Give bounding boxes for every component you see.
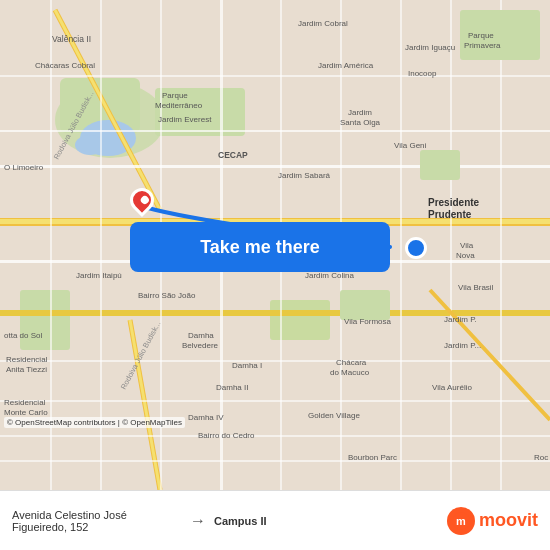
svg-text:Prudente: Prudente [428, 209, 472, 220]
svg-text:Damha I: Damha I [232, 361, 262, 370]
svg-rect-4 [270, 300, 330, 340]
bottom-bar: Avenida Celestino José Figueiredo, 152 →… [0, 490, 550, 550]
svg-text:Damha: Damha [188, 331, 214, 340]
svg-rect-31 [500, 0, 502, 490]
svg-text:Damha II: Damha II [216, 383, 248, 392]
from-address: Avenida Celestino José Figueiredo, 152 [12, 509, 182, 533]
svg-text:Jardim Cobral: Jardim Cobral [298, 19, 348, 28]
route-arrow: → [190, 512, 206, 530]
svg-rect-5 [20, 290, 70, 350]
svg-rect-22 [0, 460, 550, 462]
svg-text:Jardim Colina: Jardim Colina [305, 271, 354, 280]
svg-rect-33 [340, 290, 390, 320]
svg-text:Jardim América: Jardim América [318, 61, 374, 70]
svg-text:O Limoeiro: O Limoeiro [4, 163, 44, 172]
svg-rect-16 [0, 130, 550, 132]
svg-text:Vila Brasil: Vila Brasil [458, 283, 494, 292]
svg-text:Parque: Parque [468, 31, 494, 40]
svg-text:Jardim Itaipú: Jardim Itaipú [76, 271, 122, 280]
svg-text:Bourbon Parc: Bourbon Parc [348, 453, 397, 462]
take-me-button[interactable]: Take me there [130, 222, 390, 272]
svg-text:Vila Aurélio: Vila Aurélio [432, 383, 472, 392]
svg-text:otta do Sol: otta do Sol [4, 331, 42, 340]
svg-text:Jardim Sabará: Jardim Sabará [278, 171, 331, 180]
svg-rect-19 [0, 360, 550, 362]
svg-text:Nova: Nova [456, 251, 475, 260]
svg-text:Residencial: Residencial [6, 355, 48, 364]
route-info: Avenida Celestino José Figueiredo, 152 →… [12, 509, 447, 533]
svg-text:Damha IV: Damha IV [188, 413, 224, 422]
map-container: Valência II Chácaras Cobral Parque Medit… [0, 0, 550, 490]
to-address: Campus II [214, 515, 267, 527]
svg-rect-34 [420, 150, 460, 180]
svg-text:Residencial: Residencial [4, 398, 46, 407]
moovit-text: moovit [479, 510, 538, 531]
map-attribution: © OpenStreetMap contributors | © OpenMap… [4, 417, 185, 428]
svg-text:Jardim P.: Jardim P. [444, 315, 477, 324]
svg-text:Golden Village: Golden Village [308, 411, 360, 420]
svg-rect-21 [0, 435, 550, 437]
location-pin [130, 188, 154, 212]
svg-text:Jardim Iguaçu: Jardim Iguaçu [405, 43, 455, 52]
route-end-dot [405, 237, 427, 259]
svg-text:Jardim P...: Jardim P... [444, 341, 481, 350]
svg-rect-30 [450, 0, 452, 490]
svg-text:Inocoop: Inocoop [408, 69, 437, 78]
svg-text:m: m [456, 515, 466, 527]
svg-text:Chácaras Cobral: Chácaras Cobral [35, 61, 95, 70]
take-me-label: Take me there [200, 237, 320, 258]
svg-rect-15 [0, 165, 550, 168]
svg-text:Presidente: Presidente [428, 197, 480, 208]
svg-text:Belvedere: Belvedere [182, 341, 219, 350]
svg-text:Santa Olga: Santa Olga [340, 118, 381, 127]
svg-rect-17 [0, 75, 550, 77]
svg-text:Jardim Everest: Jardim Everest [158, 115, 212, 124]
svg-text:Chácara: Chácara [336, 358, 367, 367]
svg-text:do Macuco: do Macuco [330, 368, 370, 377]
svg-text:Jardim: Jardim [348, 108, 372, 117]
moovit-icon: m [447, 507, 475, 535]
svg-text:Vila Geni: Vila Geni [394, 141, 427, 150]
svg-text:Vila: Vila [460, 241, 474, 250]
svg-text:Mediterrâneo: Mediterrâneo [155, 101, 203, 110]
svg-text:Bairro São João: Bairro São João [138, 291, 196, 300]
moovit-logo: m moovit [447, 507, 538, 535]
svg-text:Bairro do Cedro: Bairro do Cedro [198, 431, 255, 440]
svg-text:Primavera: Primavera [464, 41, 501, 50]
svg-text:CECAP: CECAP [218, 150, 248, 160]
svg-text:Anita Tiezzi: Anita Tiezzi [6, 365, 47, 374]
svg-text:Roc: Roc [534, 453, 548, 462]
svg-text:Vila Formosa: Vila Formosa [344, 317, 392, 326]
svg-text:Parque: Parque [162, 91, 188, 100]
svg-text:Valência II: Valência II [52, 34, 91, 44]
svg-rect-20 [0, 400, 550, 402]
svg-rect-29 [400, 0, 402, 490]
svg-text:Monte Carlo: Monte Carlo [4, 408, 48, 417]
